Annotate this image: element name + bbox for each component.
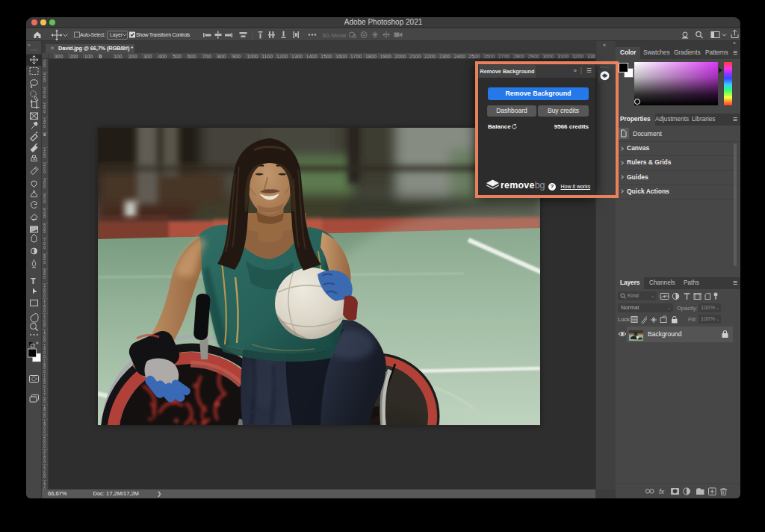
svg-text:»: »: [28, 43, 31, 48]
svg-text:Layer: Layer: [110, 32, 123, 38]
svg-text:T: T: [31, 276, 36, 285]
svg-text:Show Transform Controls: Show Transform Controls: [136, 32, 191, 37]
svg-text:3D Mode:: 3D Mode:: [322, 32, 348, 39]
svg-text:Auto-Select:: Auto-Select:: [80, 32, 105, 37]
svg-text:fx: fx: [659, 488, 665, 495]
